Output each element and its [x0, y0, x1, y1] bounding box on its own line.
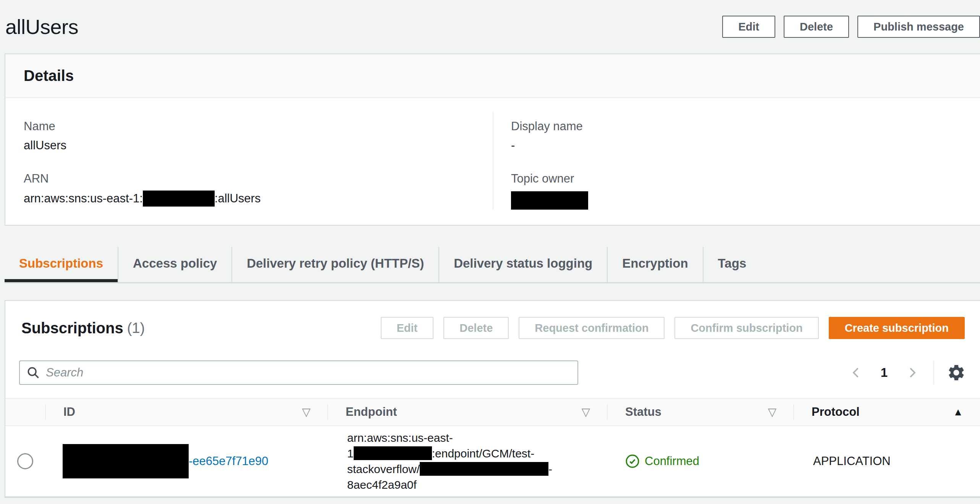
details-column-left: Name allUsers ARN arn:aws:sns:us-east-1:… [24, 120, 493, 201]
column-header-status-label: Status [625, 405, 661, 419]
search-icon [27, 366, 40, 379]
tab-encryption[interactable]: Encryption [607, 247, 702, 282]
subscriptions-title: Subscriptions [21, 320, 123, 337]
page-header: allUsers Edit Delete Publish message [0, 0, 980, 53]
subscriptions-card: Subscriptions (1) Edit Delete Request co… [5, 300, 980, 498]
chevron-left-icon [850, 366, 863, 379]
search-input[interactable] [45, 365, 571, 380]
arn-value-prefix: arn:aws:sns:us-east-1: [24, 192, 143, 205]
topic-owner-value [511, 191, 980, 210]
details-card: Details Name allUsers ARN arn:aws:sns:us… [5, 53, 980, 226]
endpoint-line1: arn:aws:sns:us-east- [347, 431, 453, 444]
table-row: -ee65e7f71e90 arn:aws:sns:us-east- 1:end… [5, 426, 980, 497]
redaction-box [420, 462, 548, 476]
arn-value: arn:aws:sns:us-east-1::allUsers [24, 191, 493, 208]
subscription-id-cell: -ee65e7f71e90 [45, 444, 327, 478]
name-value: allUsers [24, 138, 493, 153]
arn-field: ARN arn:aws:sns:us-east-1::allUsers [24, 172, 493, 208]
name-field: Name allUsers [24, 120, 493, 153]
endpoint-line4: 8aec4f2a9a0f [347, 478, 417, 491]
column-header-id-label: ID [63, 405, 75, 419]
status-cell: Confirmed [607, 454, 793, 468]
subscription-delete-button[interactable]: Delete [443, 317, 509, 339]
subscriptions-count: (1) [127, 320, 145, 336]
search-box[interactable] [19, 360, 578, 385]
publish-message-button[interactable]: Publish message [857, 16, 980, 38]
sort-ascending-icon[interactable]: ▲ [953, 406, 963, 418]
next-page-button[interactable] [904, 364, 920, 381]
column-header-protocol[interactable]: Protocol ▲ [793, 399, 980, 425]
row-select-cell [5, 453, 45, 469]
redaction-box [354, 446, 432, 460]
display-name-label: Display name [511, 120, 980, 133]
page-title: allUsers [5, 15, 78, 39]
pagination: 1 [848, 361, 967, 384]
pagination-divider [933, 361, 934, 384]
subscriptions-table: ID ▽ Endpoint ▽ Status ▽ Protocol ▲ -ee6… [5, 398, 980, 497]
column-header-endpoint[interactable]: Endpoint ▽ [327, 399, 607, 425]
redaction-box [143, 191, 215, 207]
redaction-box [511, 191, 588, 210]
topic-owner-label: Topic owner [511, 172, 980, 186]
filter-icon[interactable]: ▽ [768, 405, 776, 418]
details-column-right: Display name - Topic owner [493, 120, 980, 201]
edit-button[interactable]: Edit [722, 16, 775, 38]
details-column-divider [493, 112, 493, 210]
row-radio-button[interactable] [17, 453, 33, 469]
tab-tags[interactable]: Tags [703, 247, 761, 282]
create-subscription-button[interactable]: Create subscription [829, 317, 965, 339]
delete-button[interactable]: Delete [784, 16, 849, 38]
tab-subscriptions[interactable]: Subscriptions [5, 247, 118, 282]
redaction-box [63, 444, 189, 478]
details-title: Details [24, 67, 962, 84]
confirmed-check-icon [625, 454, 640, 468]
protocol-cell: APPLICATION [793, 454, 980, 468]
subscriptions-actions: Edit Delete Request confirmation Confirm… [381, 317, 965, 339]
tab-access-policy[interactable]: Access policy [118, 247, 231, 282]
subscriptions-header: Subscriptions (1) Edit Delete Request co… [5, 301, 980, 339]
confirm-subscription-button[interactable]: Confirm subscription [674, 317, 818, 339]
column-header-id[interactable]: ID ▽ [45, 399, 327, 425]
arn-label: ARN [24, 172, 493, 186]
filter-icon[interactable]: ▽ [302, 405, 310, 418]
name-label: Name [24, 120, 493, 133]
status-text: Confirmed [645, 454, 699, 468]
filter-icon[interactable]: ▽ [582, 405, 590, 418]
tab-delivery-status-logging[interactable]: Delivery status logging [438, 247, 607, 282]
subscription-id-link[interactable]: -ee65e7f71e90 [189, 454, 268, 468]
table-header-row: ID ▽ Endpoint ▽ Status ▽ Protocol ▲ [5, 398, 980, 426]
details-card-header: Details [5, 54, 980, 98]
header-actions: Edit Delete Publish message [722, 16, 980, 38]
endpoint-line2-suffix: :endpoint/GCM/test- [432, 447, 534, 460]
endpoint-line3-suffix: - [548, 463, 552, 475]
endpoint-line3-prefix: stackoverflow/ [347, 463, 420, 475]
tab-delivery-retry-policy[interactable]: Delivery retry policy (HTTP/S) [231, 247, 438, 282]
subscription-edit-button[interactable]: Edit [381, 317, 434, 339]
column-header-protocol-label: Protocol [812, 405, 860, 419]
display-name-field: Display name - [511, 120, 980, 153]
chevron-right-icon [906, 366, 919, 379]
request-confirmation-button[interactable]: Request confirmation [519, 317, 665, 339]
table-toolbar: 1 [5, 339, 980, 385]
details-body: Name allUsers ARN arn:aws:sns:us-east-1:… [5, 98, 980, 225]
arn-value-suffix: :allUsers [215, 192, 261, 205]
topic-owner-field: Topic owner [511, 172, 980, 210]
table-settings-button[interactable] [946, 362, 967, 383]
previous-page-button[interactable] [848, 364, 865, 381]
current-page-number[interactable]: 1 [881, 365, 888, 380]
column-header-status[interactable]: Status ▽ [607, 399, 793, 425]
endpoint-line2-prefix: 1 [347, 447, 354, 460]
gear-icon [947, 363, 966, 382]
display-name-value: - [511, 138, 980, 153]
column-header-endpoint-label: Endpoint [346, 405, 397, 419]
topic-tabs: Subscriptions Access policy Delivery ret… [5, 247, 980, 283]
selection-column-header [5, 399, 45, 425]
endpoint-cell: arn:aws:sns:us-east- 1:endpoint/GCM/test… [327, 430, 607, 493]
